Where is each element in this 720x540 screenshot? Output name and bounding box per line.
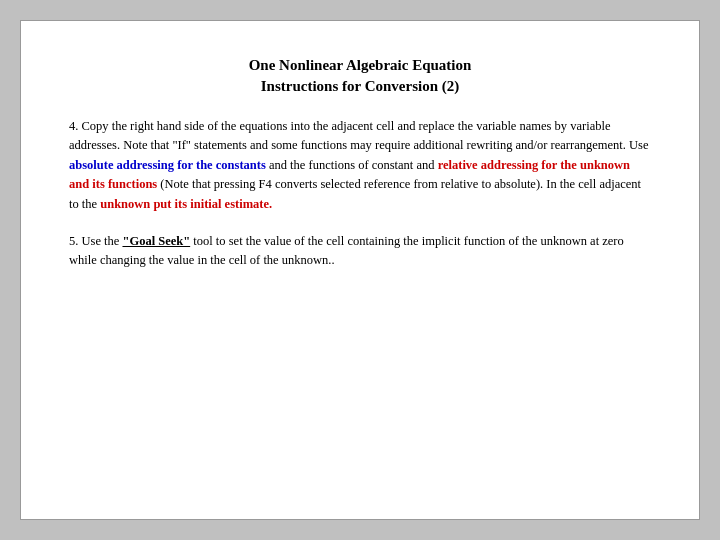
slide-title: One Nonlinear Algebraic Equation — [249, 57, 472, 74]
slide-subtitle: Instructions for Conversion (2) — [261, 78, 459, 95]
slide: One Nonlinear Algebraic Equation Instruc… — [20, 20, 700, 520]
paragraph-5: 5. Use the "Goal Seek" tool to set the v… — [69, 232, 651, 271]
slide-content: 4. Copy the right hand side of the equat… — [69, 117, 651, 289]
para4-red2: unknown put its initial estimate. — [100, 197, 272, 211]
paragraph-4: 4. Copy the right hand side of the equat… — [69, 117, 651, 214]
para5-prefix: 5. Use the — [69, 234, 122, 248]
para4-blue1: absolute addressing for the constants — [69, 158, 266, 172]
para4-middle1: and the functions of constant and — [266, 158, 438, 172]
para5-goalseek: "Goal Seek" — [122, 234, 190, 248]
para4-prefix: 4. Copy the right hand side of the equat… — [69, 119, 648, 152]
